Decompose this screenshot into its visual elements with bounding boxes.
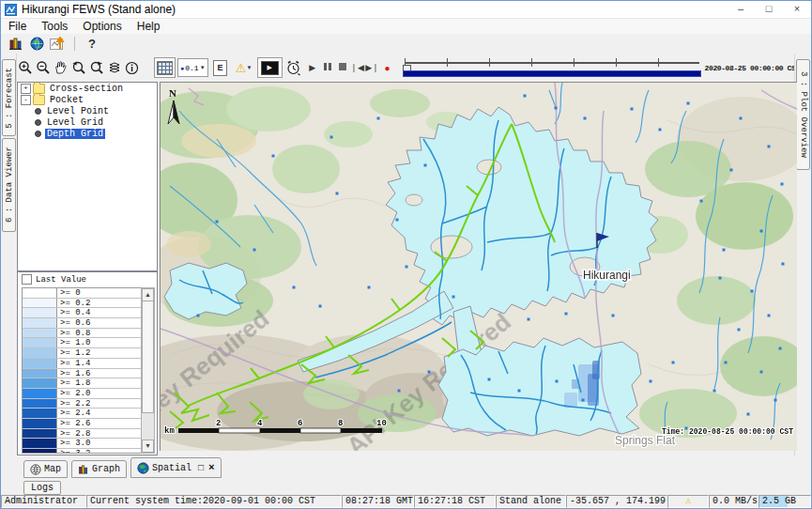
legend-color-swatch	[23, 359, 57, 368]
timeseries-display-button[interactable]	[47, 36, 68, 53]
tree-item-level-point[interactable]: Level Point	[33, 106, 157, 116]
legend-row[interactable]: >= 0	[23, 288, 141, 299]
menu-options[interactable]: Options	[75, 19, 129, 34]
legend-row[interactable]: >= 1.4	[23, 359, 141, 369]
zoom-previous-button[interactable]	[69, 58, 87, 77]
animation-button[interactable]: ▶	[257, 57, 283, 78]
animation-timer-button[interactable]	[283, 58, 305, 77]
tree-item-level-grid[interactable]: Level Grid	[33, 117, 157, 128]
tab-graph[interactable]: Graph	[71, 460, 127, 478]
tab-map[interactable]: Map	[23, 460, 68, 478]
status-warning[interactable]: ⚠	[667, 495, 709, 508]
tree-item-pocket[interactable]: - Pocket	[21, 95, 157, 105]
legend-value-label: >= 2.2	[57, 399, 90, 409]
legend-value-label: >= 1.8	[57, 378, 90, 388]
legend-panel: Last Value >= 0 >= 0.2	[17, 271, 158, 455]
expand-icon[interactable]: +	[21, 84, 31, 94]
show-grid-button[interactable]	[154, 57, 176, 78]
layers-button[interactable]	[105, 58, 123, 77]
layers-icon	[107, 61, 122, 74]
chevron-down-icon: ▼	[246, 65, 252, 70]
thresholds-dropdown[interactable]: ⚠ ▼	[231, 58, 257, 77]
spatial-display-button[interactable]	[26, 36, 47, 53]
record-button[interactable]: ●	[380, 63, 395, 73]
collapse-icon[interactable]: -	[21, 95, 31, 105]
info-button[interactable]	[123, 58, 141, 77]
app-logo-icon	[5, 4, 17, 16]
legend-row[interactable]: >= 2.8	[23, 429, 141, 440]
timer-clock-icon	[285, 60, 301, 76]
scroll-up-icon[interactable]: ▲	[142, 288, 154, 301]
legend-color-swatch	[23, 369, 57, 378]
tree-item-cross-section[interactable]: + Cross-section	[21, 84, 157, 94]
legend-row[interactable]: >= 2.0	[23, 389, 141, 399]
status-speed: 0.0 MB/s	[709, 495, 758, 508]
tab-data-viewer[interactable]: 6 : Data Viewer	[2, 138, 16, 232]
legend-row[interactable]: >= 3.2	[23, 449, 141, 454]
labels-button[interactable]: E	[210, 58, 231, 77]
legend-color-swatch	[23, 409, 57, 418]
stop-button[interactable]	[335, 63, 350, 72]
legend-row[interactable]: >= 2.2	[23, 399, 141, 409]
app-window: Hikurangi FEWS (Stand alone) – □ × File …	[0, 0, 812, 509]
left-tab-strip: 5 : Forecast 6 : Data Viewer	[1, 54, 17, 455]
legend-row[interactable]: >= 0.6	[23, 318, 141, 329]
legend-row[interactable]: >= 1.0	[23, 338, 141, 348]
maximize-button[interactable]: □	[755, 1, 783, 18]
legend-scrollbar[interactable]: ▲ ▼	[141, 287, 155, 454]
help-button[interactable]: ?	[82, 36, 102, 53]
menu-tools[interactable]: Tools	[34, 19, 75, 34]
panel-restore-icon[interactable]: □	[198, 463, 204, 473]
legend-row[interactable]: >= 1.6	[23, 369, 141, 379]
tab-spatial[interactable]: Spatial □ ×	[130, 457, 222, 478]
legend-row[interactable]: >= 0.8	[23, 329, 141, 339]
menu-help[interactable]: Help	[130, 19, 168, 34]
panel-close-icon[interactable]: ×	[208, 462, 215, 473]
tab-forecast[interactable]: 5 : Forecast	[2, 59, 16, 136]
tree-item-depth-grid[interactable]: Depth Grid	[33, 129, 157, 139]
zoom-in-button[interactable]	[16, 58, 34, 77]
legend-row[interactable]: >= 3.0	[23, 439, 141, 449]
timeseries-chart-icon	[50, 37, 66, 51]
bullet-icon	[35, 119, 41, 126]
legend-color-swatch	[23, 439, 57, 448]
svg-text:2: 2	[216, 419, 221, 428]
legend-row[interactable]: >= 0.4	[23, 308, 141, 318]
grid-icon	[157, 61, 173, 75]
last-value-checkbox[interactable]	[22, 274, 32, 285]
logs-button[interactable]: Logs	[23, 481, 61, 495]
database-display-button[interactable]	[6, 36, 26, 53]
zoom-in-icon	[18, 60, 33, 75]
time-slider[interactable]	[403, 57, 701, 78]
bottom-tab-bar: Map Graph Spatial □ ×	[16, 458, 811, 478]
map-time-label: Time: 2020-08-25 00:00:00 CST	[662, 427, 794, 437]
movie-play-icon: ▶	[261, 61, 279, 75]
pause-button[interactable]	[320, 63, 335, 72]
legend-value-label: >= 1.2	[57, 348, 90, 358]
play-button[interactable]: ▶	[305, 63, 320, 72]
legend-row[interactable]: >= 1.2	[23, 348, 141, 359]
menu-file[interactable]: File	[1, 19, 34, 34]
legend-value-label: >= 3.0	[57, 439, 90, 448]
legend-row[interactable]: >= 1.8	[23, 378, 141, 389]
precision-dropdown[interactable]: ● 0.1 ▼	[177, 58, 208, 77]
main-toolbar: ?	[1, 34, 811, 54]
zoom-out-button[interactable]	[34, 58, 52, 77]
pan-button[interactable]	[52, 58, 69, 77]
warning-triangle-icon: ⚠	[236, 61, 247, 75]
legend-color-swatch	[23, 329, 57, 338]
minimize-button[interactable]: –	[727, 1, 755, 18]
skip-end-button[interactable]: ▶❘	[365, 63, 380, 72]
legend-color-swatch	[23, 348, 57, 358]
zoom-next-button[interactable]	[87, 58, 105, 77]
map-view[interactable]: API Key Required API Key Required	[160, 82, 797, 451]
legend-row[interactable]: >= 2.4	[23, 409, 141, 419]
close-button[interactable]: ×	[783, 1, 811, 18]
folder-icon	[33, 95, 45, 105]
skip-start-button[interactable]: ❘◀	[350, 63, 365, 72]
legend-row[interactable]: >= 0.2	[23, 299, 141, 309]
scroll-down-icon[interactable]: ▼	[142, 440, 154, 453]
tab-plot-overview[interactable]: 3 : Plot Overview	[796, 59, 810, 170]
legend-row[interactable]: >= 2.6	[23, 419, 141, 429]
scroll-thumb[interactable]	[142, 301, 154, 413]
